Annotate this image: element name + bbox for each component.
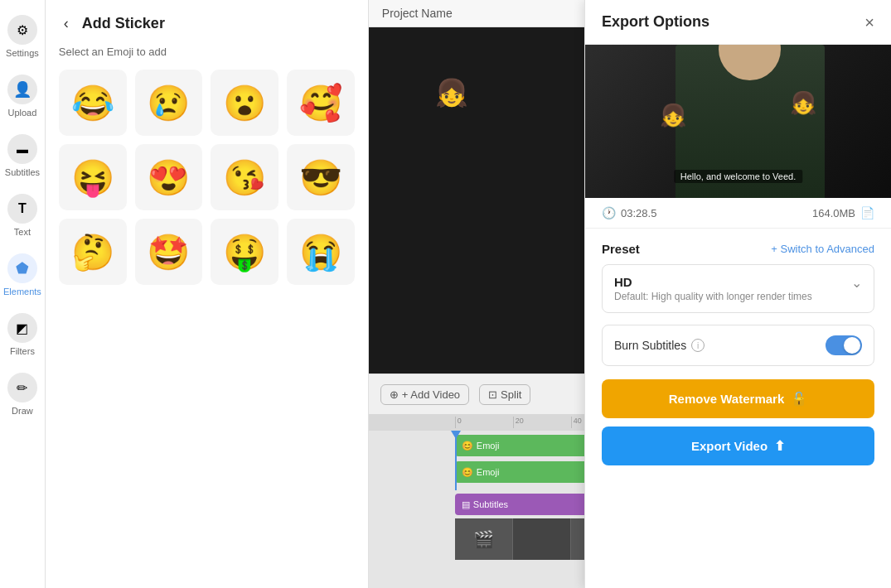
sidebar-item-draw[interactable]: ✏ Draw: [0, 366, 45, 422]
emoji-track-icon-2: 😊: [462, 467, 473, 478]
emoji-hearts[interactable]: 😍: [135, 144, 203, 210]
emoji-overlay-left: 👧: [435, 77, 468, 108]
export-preview-thumbnail: 👧 👧 Hello, and welcome to Veed.: [585, 45, 891, 198]
subtitles-track-icon: ▤: [462, 499, 470, 510]
filters-icon: ◩: [7, 313, 37, 343]
sidebar-item-upload-label: Upload: [8, 108, 37, 118]
emoji-sunglasses[interactable]: 😎: [287, 144, 355, 210]
clock-icon: 🕐: [602, 206, 616, 219]
file-size-value: 164.0MB: [812, 207, 855, 219]
ruler-mark-0: 0: [455, 417, 513, 428]
preview-emoji-right: 👧: [790, 90, 816, 116]
upload-icon: 👤: [7, 75, 37, 104]
sticker-panel: ‹ Add Sticker Select an Emoji to add 😂 😢…: [46, 0, 369, 588]
sidebar-item-subtitles[interactable]: ▬ Subtitles: [0, 128, 45, 184]
project-name: Project Name: [382, 7, 453, 20]
export-body: Preset + Switch to Advanced HD Default: …: [585, 229, 891, 588]
emoji-surprised[interactable]: 😮: [211, 70, 278, 136]
draw-icon: ✏: [7, 373, 37, 402]
burn-subtitles-toggle[interactable]: [826, 335, 862, 355]
emoji-thinking[interactable]: 🤔: [59, 219, 127, 285]
emoji-grid: 😂 😢 😮 🥰 😝 😍 😘 😎 🤔 🤩 🤑 😭: [59, 70, 355, 285]
toggle-thumb: [844, 337, 860, 354]
remove-watermark-label: Remove Watermark: [669, 392, 785, 406]
emoji-kiss[interactable]: 😘: [211, 144, 278, 210]
preview-subtitle-text: Hello, and welcome to Veed.: [674, 170, 802, 183]
close-export-button[interactable]: ×: [864, 14, 874, 31]
emoji-tongue[interactable]: 😝: [59, 144, 127, 210]
export-panel: Export Options × 👧 👧 Hello, and welcome …: [584, 0, 891, 588]
sidebar-item-settings[interactable]: ⚙ Settings: [0, 8, 45, 65]
switch-advanced-link[interactable]: + Switch to Advanced: [771, 243, 874, 255]
preset-dropdown[interactable]: HD Default: High quality with longer ren…: [602, 264, 874, 313]
burn-subtitles-row: Burn Subtitles i: [602, 325, 874, 366]
preset-desc: Default: High quality with longer render…: [614, 291, 812, 302]
duration-value: 03:28.5: [621, 207, 656, 219]
ruler-mark-20: 20: [513, 417, 571, 428]
panel-subtitle: Select an Emoji to add: [59, 46, 355, 58]
emoji-cry[interactable]: 😢: [135, 70, 203, 136]
filmstrip-frame-1: 🎬: [455, 518, 513, 560]
sidebar-item-text[interactable]: T Text: [0, 187, 45, 243]
file-icon: 📄: [860, 206, 874, 219]
panel-header: ‹ Add Sticker: [59, 13, 355, 34]
playhead: [455, 431, 457, 490]
info-icon[interactable]: i: [691, 339, 705, 352]
remove-watermark-icon: 🔓: [791, 391, 807, 407]
remove-watermark-button[interactable]: Remove Watermark 🔓: [602, 379, 874, 418]
sidebar-item-settings-label: Settings: [6, 48, 39, 58]
sidebar: ⚙ Settings 👤 Upload ▬ Subtitles T Text ⬟…: [0, 0, 46, 588]
add-video-button[interactable]: ⊕ + Add Video: [380, 384, 469, 405]
sidebar-item-elements[interactable]: ⬟ Elements: [0, 247, 45, 303]
emoji-money[interactable]: 🤑: [211, 219, 278, 285]
panel-title: Add Sticker: [82, 15, 165, 32]
burn-subtitles-label: Burn Subtitles: [614, 339, 686, 352]
emoji-laugh[interactable]: 😂: [59, 70, 127, 136]
preview-emoji-left: 👧: [660, 103, 686, 128]
sidebar-item-text-label: Text: [14, 227, 31, 237]
settings-icon: ⚙: [7, 15, 37, 45]
emoji-star-eyes[interactable]: 🤩: [135, 219, 203, 285]
filmstrip-frame-2: [513, 518, 571, 560]
back-button[interactable]: ‹: [59, 13, 74, 34]
sidebar-item-subtitles-label: Subtitles: [5, 167, 40, 177]
export-video-button[interactable]: Export Video ⬆: [602, 427, 874, 465]
split-button[interactable]: ⊡ Split: [479, 384, 530, 405]
text-icon: T: [7, 194, 37, 224]
split-icon: ⊡: [488, 388, 497, 401]
emoji-track-icon-1: 😊: [462, 441, 473, 451]
dropdown-chevron-icon: ⌄: [851, 275, 862, 291]
preset-hd-label: HD: [614, 275, 812, 289]
sidebar-item-filters[interactable]: ◩ Filters: [0, 306, 45, 363]
subtitles-icon: ▬: [7, 134, 37, 164]
emoji-sob[interactable]: 😭: [287, 219, 355, 285]
plus-icon: ⊕: [390, 388, 399, 401]
export-meta: 🕐 03:28.5 164.0MB 📄: [585, 198, 891, 229]
sidebar-item-upload[interactable]: 👤 Upload: [0, 68, 45, 124]
export-header: Export Options ×: [585, 0, 891, 45]
sidebar-item-elements-label: Elements: [3, 287, 41, 296]
elements-icon: ⬟: [7, 253, 37, 283]
preset-row: Preset + Switch to Advanced: [602, 242, 874, 256]
sidebar-item-filters-label: Filters: [10, 346, 35, 356]
sidebar-item-draw-label: Draw: [12, 406, 33, 416]
export-title: Export Options: [602, 13, 709, 31]
export-video-label: Export Video: [691, 439, 768, 453]
preset-label: Preset: [602, 242, 640, 256]
export-download-icon: ⬆: [774, 438, 785, 454]
emoji-heart-eyes[interactable]: 🥰: [287, 70, 355, 136]
